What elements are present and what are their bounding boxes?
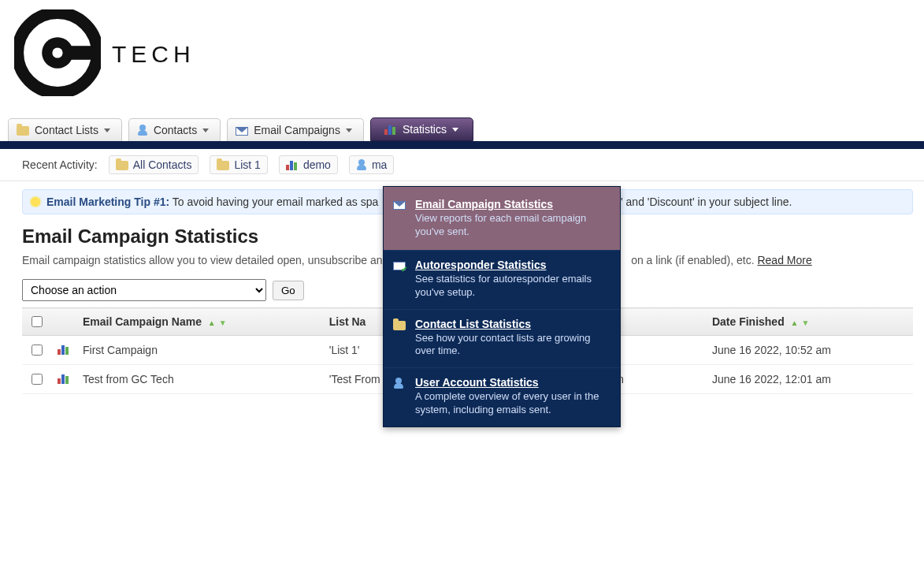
recent-item-demo[interactable]: demo xyxy=(279,155,338,174)
menu-autoresponder-statistics[interactable]: Autoresponder Statistics See statistics … xyxy=(384,250,620,309)
tab-email-campaigns[interactable]: Email Campaigns xyxy=(227,118,364,141)
read-more-link[interactable]: Read More xyxy=(757,254,811,266)
folder-icon xyxy=(217,161,229,170)
main-nav: Contact Lists Contacts Email Campaigns S… xyxy=(0,117,924,141)
chevron-down-icon xyxy=(202,128,209,132)
select-all-checkbox[interactable] xyxy=(32,316,43,327)
recent-item-ma[interactable]: ma xyxy=(349,155,394,174)
tip-text-after: ' and 'Discount' in your subject line. xyxy=(621,196,792,208)
menu-description: View reports for each email campaign you… xyxy=(415,212,610,239)
envelope-icon xyxy=(236,127,248,136)
page-desc-after: on a link (if enabled), etc. xyxy=(631,254,754,266)
person-icon xyxy=(393,378,404,389)
svg-rect-4 xyxy=(66,46,101,60)
recent-item-all-contacts[interactable]: All Contacts xyxy=(109,155,199,174)
menu-title: Email Campaign Statistics xyxy=(415,198,610,210)
row-checkbox[interactable] xyxy=(32,345,43,356)
folder-icon xyxy=(393,321,406,330)
recent-item-label: ma xyxy=(372,158,387,171)
svg-point-3 xyxy=(52,47,62,58)
bar-chart-icon xyxy=(58,373,70,384)
tab-label: Contacts xyxy=(154,124,197,136)
envelope-check-icon xyxy=(393,262,406,270)
menu-title: Contact List Statistics xyxy=(415,318,610,330)
recent-item-label: All Contacts xyxy=(133,158,192,171)
go-button[interactable]: Go xyxy=(273,281,304,300)
tab-contact-lists[interactable]: Contact Lists xyxy=(8,118,122,141)
statistics-dropdown: Email Campaign Statistics View reports f… xyxy=(383,186,621,394)
tab-label: Email Campaigns xyxy=(254,124,340,136)
envelope-icon xyxy=(393,201,406,210)
tab-label: Statistics xyxy=(403,123,447,136)
recent-activity-bar: Recent Activity: All Contacts List 1 dem… xyxy=(0,149,924,181)
recent-item-list1[interactable]: List 1 xyxy=(210,155,267,174)
menu-description: See statistics for autoresponder emails … xyxy=(415,273,610,300)
folder-icon xyxy=(17,126,29,136)
bar-chart-icon xyxy=(58,344,70,355)
tab-statistics[interactable]: Statistics xyxy=(370,117,473,141)
person-icon xyxy=(356,159,367,170)
chevron-down-icon xyxy=(346,128,352,132)
menu-description: A complete overview of every user in the… xyxy=(415,390,610,394)
chevron-down-icon xyxy=(452,128,458,132)
col-name[interactable]: Email Campaign Name ▲ ▼ xyxy=(76,308,323,336)
page-desc-before: Email campaign statistics allow you to v… xyxy=(22,254,388,266)
chevron-down-icon xyxy=(104,128,110,132)
recent-activity-label: Recent Activity: xyxy=(22,158,98,171)
menu-email-campaign-statistics[interactable]: Email Campaign Statistics View reports f… xyxy=(384,187,620,250)
recent-item-label: demo xyxy=(303,158,331,171)
menu-title: Autoresponder Statistics xyxy=(415,259,610,271)
light-bulb-icon xyxy=(31,197,40,207)
tip-text-before: To avoid having your email marked as spa xyxy=(173,196,378,208)
cell-finished: June 16 2022, 12:01 am xyxy=(706,365,913,394)
nav-strip xyxy=(0,141,924,149)
tab-label: Contact Lists xyxy=(35,124,98,136)
bar-chart-icon xyxy=(384,124,397,135)
folder-icon xyxy=(116,161,128,170)
row-checkbox[interactable] xyxy=(32,374,43,385)
col-finished[interactable]: Date Finished ▲ ▼ xyxy=(706,308,913,336)
cell-finished: June 16 2022, 10:52 am xyxy=(706,336,913,365)
logo-icon xyxy=(14,9,101,99)
logo-area: TECH xyxy=(0,0,924,113)
sort-icons: ▲ ▼ xyxy=(791,315,810,328)
tab-contacts[interactable]: Contacts xyxy=(128,118,221,141)
menu-contact-list-statistics[interactable]: Contact List Statistics See how your con… xyxy=(384,309,620,368)
bar-chart-icon xyxy=(286,159,299,170)
recent-item-label: List 1 xyxy=(234,158,260,171)
menu-title: User Account Statistics xyxy=(415,376,610,389)
cell-name[interactable]: Test from GC Tech xyxy=(76,365,323,394)
sort-icons: ▲ ▼ xyxy=(208,315,227,328)
logo-text: TECH xyxy=(112,41,195,68)
menu-description: See how your contact lists are growing o… xyxy=(415,332,610,359)
menu-user-account-statistics[interactable]: User Account Statistics A complete overv… xyxy=(384,367,620,394)
cell-name[interactable]: First Campaign xyxy=(76,336,323,365)
bulk-action-select[interactable]: Choose an action xyxy=(22,279,266,301)
tip-prefix: Email Marketing Tip #1: xyxy=(46,196,169,208)
person-icon xyxy=(137,125,148,136)
